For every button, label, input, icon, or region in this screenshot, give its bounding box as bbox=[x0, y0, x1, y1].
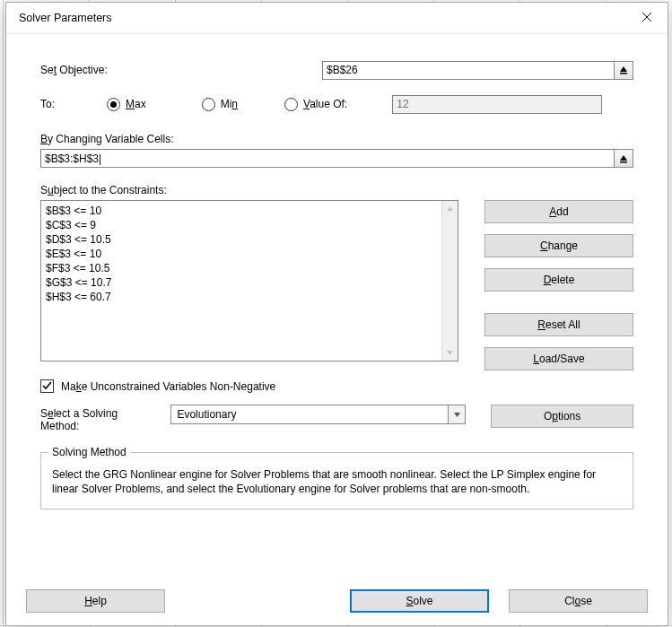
change-button[interactable]: Change bbox=[484, 234, 633, 257]
set-objective-label: Set Objective: bbox=[40, 64, 322, 76]
to-max-label: Max bbox=[126, 98, 146, 110]
constraints-label: Subject to the Constraints: bbox=[40, 184, 633, 196]
delete-button[interactable]: Delete bbox=[484, 268, 633, 292]
constraints-scrollbar[interactable] bbox=[441, 201, 458, 361]
close-button[interactable]: Close bbox=[509, 589, 648, 613]
objective-ref-button[interactable] bbox=[614, 61, 633, 80]
solve-button[interactable]: Solve bbox=[350, 589, 489, 613]
value-of-input bbox=[392, 95, 602, 114]
svg-marker-6 bbox=[447, 206, 453, 211]
scroll-up-button[interactable] bbox=[442, 201, 458, 216]
svg-rect-3 bbox=[620, 73, 627, 74]
groupbox-legend: Solving Method bbox=[48, 446, 130, 458]
solver-parameters-dialog: Solver Parameters Set Objective: To: Max bbox=[5, 2, 668, 626]
svg-marker-8 bbox=[454, 413, 460, 417]
by-changing-label: By Changing Variable Cells: bbox=[40, 133, 633, 145]
close-icon[interactable] bbox=[626, 3, 668, 31]
collapse-icon bbox=[618, 65, 629, 75]
load-save-button[interactable]: Load/Save bbox=[484, 347, 633, 370]
select-method-label: Select a Solving Method: bbox=[40, 405, 140, 432]
make-nonneg-label: Make Unconstrained Variables Non-Negativ… bbox=[61, 380, 275, 393]
options-button[interactable]: Options bbox=[491, 405, 633, 428]
make-nonneg-checkbox[interactable]: Make Unconstrained Variables Non-Negativ… bbox=[40, 379, 275, 393]
to-max-radio[interactable]: Max bbox=[107, 98, 146, 111]
reset-all-button[interactable]: Reset All bbox=[484, 313, 633, 336]
constraints-items: $B$3 <= 10 $C$3 <= 9 $D$3 <= 10.5 $E$3 <… bbox=[42, 202, 441, 360]
solving-method-value: Evolutionary bbox=[170, 405, 448, 424]
svg-marker-7 bbox=[447, 351, 453, 355]
collapse-icon bbox=[618, 153, 629, 164]
constraints-listbox[interactable]: $B$3 <= 10 $C$3 <= 9 $D$3 <= 10.5 $E$3 <… bbox=[40, 200, 458, 361]
svg-marker-2 bbox=[620, 66, 627, 72]
scroll-down-button[interactable] bbox=[442, 345, 458, 361]
solving-method-combo[interactable]: Evolutionary bbox=[170, 405, 466, 424]
chevron-down-icon[interactable] bbox=[448, 405, 466, 424]
by-changing-input[interactable] bbox=[40, 149, 615, 168]
by-changing-ref-button[interactable] bbox=[614, 149, 633, 168]
window-title: Solver Parameters bbox=[19, 12, 112, 24]
objective-input[interactable] bbox=[322, 61, 615, 80]
groupbox-description: Select the GRG Nonlinear engine for Solv… bbox=[52, 467, 622, 496]
solving-method-groupbox: Solving Method Select the GRG Nonlinear … bbox=[40, 452, 633, 509]
svg-rect-5 bbox=[620, 161, 627, 163]
to-valueof-label: Value Of: bbox=[303, 98, 347, 110]
to-min-radio[interactable]: Min bbox=[202, 98, 238, 111]
bottom-bar: Help Solve Close bbox=[6, 580, 668, 625]
to-min-label: Min bbox=[221, 98, 238, 110]
help-button[interactable]: Help bbox=[26, 589, 165, 613]
add-button[interactable]: Add bbox=[484, 200, 633, 223]
to-label: To: bbox=[40, 98, 107, 110]
titlebar: Solver Parameters bbox=[6, 3, 668, 33]
to-valueof-radio[interactable]: Value Of: bbox=[284, 98, 347, 111]
svg-marker-4 bbox=[620, 155, 627, 161]
